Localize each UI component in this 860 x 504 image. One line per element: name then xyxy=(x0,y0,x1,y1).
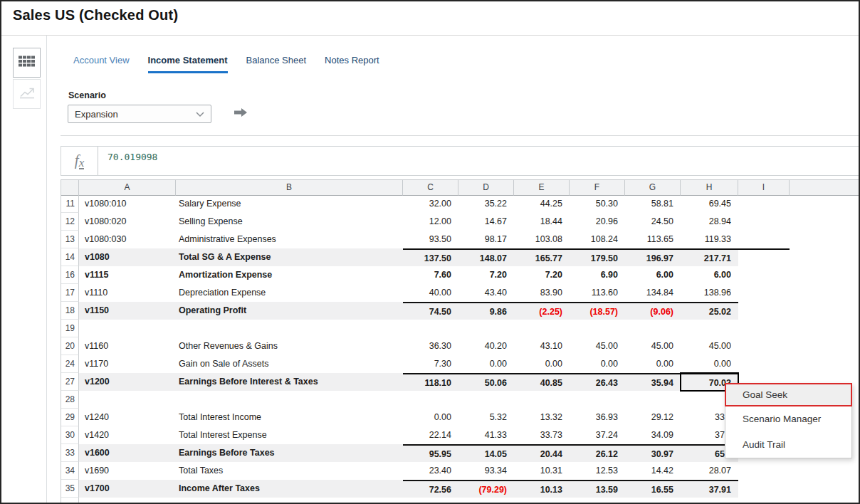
value-cell[interactable]: 45.00 xyxy=(625,337,681,355)
value-cell[interactable]: 29.12 xyxy=(625,409,681,426)
value-cell[interactable]: 36.93 xyxy=(570,409,625,426)
account-label-cell[interactable]: Total SG & A Expense xyxy=(176,248,403,266)
value-cell[interactable] xyxy=(625,498,681,504)
account-label-cell[interactable]: Selling Expense xyxy=(176,213,403,231)
value-cell[interactable]: 32.00 xyxy=(403,195,458,213)
tab-balance-sheet[interactable]: Balance Sheet xyxy=(246,55,307,73)
menu-item-audit-trail[interactable]: Audit Trail xyxy=(725,432,851,458)
account-code-cell[interactable]: v1600 xyxy=(79,444,176,462)
value-cell[interactable]: 0.00 xyxy=(458,355,514,373)
value-cell[interactable]: 72.56 xyxy=(403,480,458,498)
value-cell[interactable] xyxy=(625,320,681,337)
value-cell[interactable]: 22.14 xyxy=(403,426,458,444)
col-header-H[interactable]: H xyxy=(681,180,738,196)
value-cell-i[interactable] xyxy=(738,213,790,231)
account-code-cell[interactable]: v1420 xyxy=(79,426,176,444)
account-label-cell[interactable]: Income After Taxes xyxy=(176,480,403,498)
account-label-cell[interactable]: Salary Expense xyxy=(176,195,403,213)
account-label-cell[interactable]: Other Revenues & Gains xyxy=(176,337,403,355)
value-cell[interactable]: 6.00 xyxy=(681,266,738,284)
value-cell[interactable]: 10.31 xyxy=(514,462,570,480)
col-header-C[interactable]: C xyxy=(403,180,458,196)
value-cell[interactable]: 45.00 xyxy=(681,337,738,355)
value-cell[interactable]: 37.91 xyxy=(681,480,738,498)
scenario-dropdown[interactable]: Expansion xyxy=(68,105,211,123)
value-cell[interactable]: 119.33 xyxy=(681,231,738,248)
value-cell[interactable] xyxy=(514,391,570,409)
value-cell[interactable]: 0.00 xyxy=(681,355,738,373)
value-cell[interactable]: 33.73 xyxy=(514,426,570,444)
value-cell[interactable]: 26.43 xyxy=(570,373,625,391)
value-cell[interactable]: 108.24 xyxy=(570,231,625,248)
account-label-cell[interactable]: Total Interest Income xyxy=(176,409,403,426)
col-header-G[interactable]: G xyxy=(625,180,681,196)
value-cell[interactable]: 40.00 xyxy=(403,284,458,302)
value-cell[interactable] xyxy=(458,320,514,337)
account-code-cell[interactable]: v1110 xyxy=(79,284,176,302)
value-cell[interactable]: 41.33 xyxy=(458,426,514,444)
value-cell[interactable]: 179.50 xyxy=(570,248,625,266)
value-cell[interactable]: 45.00 xyxy=(570,337,625,355)
value-cell[interactable]: 7.20 xyxy=(458,266,514,284)
account-code-cell[interactable]: v1700 xyxy=(79,480,176,498)
col-header-E[interactable]: E xyxy=(514,180,570,196)
value-cell[interactable]: 9.86 xyxy=(458,302,514,320)
value-cell[interactable]: 6.00 xyxy=(625,266,681,284)
value-cell[interactable]: 14.42 xyxy=(625,462,681,480)
account-code-cell[interactable]: v1080:010 xyxy=(79,195,176,213)
value-cell-i[interactable] xyxy=(738,248,790,266)
grid-corner[interactable] xyxy=(61,180,79,196)
value-cell[interactable]: 7.30 xyxy=(403,355,458,373)
value-cell[interactable]: 58.81 xyxy=(625,195,681,213)
account-label-cell[interactable] xyxy=(176,320,403,337)
value-cell[interactable]: (79.29) xyxy=(458,480,514,498)
value-cell[interactable] xyxy=(403,498,458,504)
value-cell[interactable] xyxy=(458,391,514,409)
row-number[interactable]: 34 xyxy=(61,462,79,480)
account-code-cell[interactable]: v1150 xyxy=(79,302,176,320)
value-cell-i[interactable] xyxy=(738,302,790,320)
account-label-cell[interactable]: Administrative Expenses xyxy=(176,231,403,248)
value-cell[interactable]: 0.00 xyxy=(570,355,625,373)
value-cell[interactable] xyxy=(403,320,458,337)
value-cell[interactable]: 0.00 xyxy=(514,355,570,373)
value-cell[interactable]: 28.94 xyxy=(681,213,738,231)
value-cell[interactable]: 137.50 xyxy=(403,248,458,266)
value-cell[interactable]: 35.94 xyxy=(625,373,681,391)
value-cell[interactable]: 83.90 xyxy=(514,284,570,302)
row-number[interactable]: 13 xyxy=(61,231,79,248)
value-cell[interactable] xyxy=(625,391,681,409)
value-cell[interactable] xyxy=(403,391,458,409)
value-cell[interactable]: 93.34 xyxy=(458,462,514,480)
value-cell[interactable]: 6.90 xyxy=(570,266,625,284)
value-cell[interactable]: 0.00 xyxy=(625,355,681,373)
value-cell[interactable]: 69.45 xyxy=(681,195,738,213)
value-cell[interactable]: 7.20 xyxy=(514,266,570,284)
value-cell[interactable]: 148.07 xyxy=(458,248,514,266)
value-cell-i[interactable] xyxy=(738,498,790,504)
value-cell[interactable]: 113.65 xyxy=(625,231,681,248)
value-cell[interactable] xyxy=(514,320,570,337)
value-cell[interactable]: 10.13 xyxy=(514,480,570,498)
value-cell[interactable]: 40.85 xyxy=(514,373,570,391)
account-code-cell[interactable]: v1080 xyxy=(79,248,176,266)
value-cell-i[interactable] xyxy=(738,231,790,248)
value-cell[interactable]: 14.05 xyxy=(458,444,514,462)
value-cell[interactable]: 103.08 xyxy=(514,231,570,248)
row-number[interactable]: 16 xyxy=(61,266,79,284)
value-cell[interactable]: 25.02 xyxy=(681,302,738,320)
value-cell[interactable] xyxy=(570,320,625,337)
value-cell[interactable] xyxy=(458,498,514,504)
value-cell[interactable]: 43.40 xyxy=(458,284,514,302)
value-cell[interactable]: 14.67 xyxy=(458,213,514,231)
go-arrow-button[interactable] xyxy=(234,107,248,120)
grid-view-button[interactable] xyxy=(13,48,41,78)
value-cell[interactable]: (18.57) xyxy=(570,302,625,320)
row-number[interactable]: 35 xyxy=(61,480,79,498)
value-cell-i[interactable] xyxy=(738,480,790,498)
value-cell[interactable]: 93.50 xyxy=(403,231,458,248)
value-cell[interactable]: 12.53 xyxy=(570,462,625,480)
tab-income-statement[interactable]: Income Statement xyxy=(148,55,228,73)
menu-item-scenario-manager[interactable]: Scenario Manager xyxy=(725,406,851,432)
value-cell[interactable]: 16.55 xyxy=(625,480,681,498)
